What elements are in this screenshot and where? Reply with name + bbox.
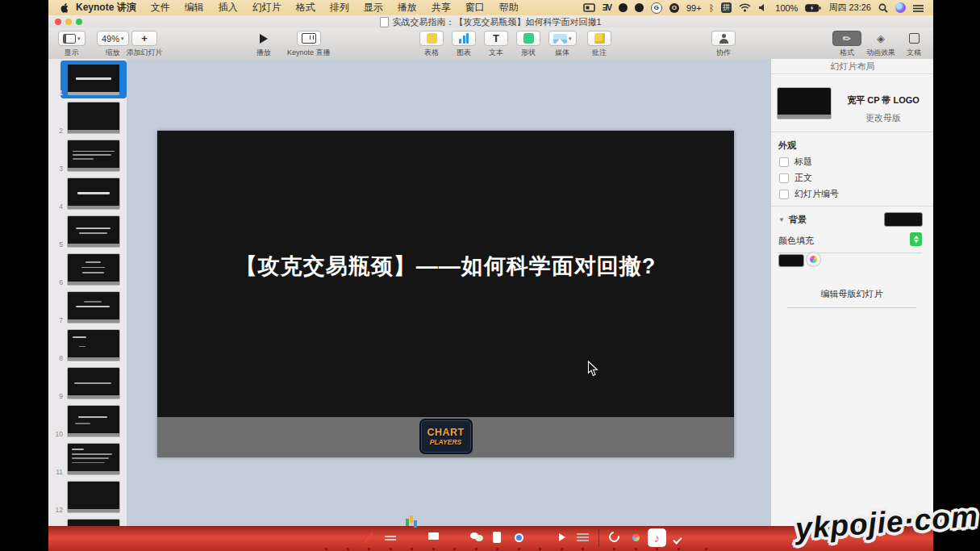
color-fill-row[interactable]: 颜色填充 xyxy=(778,235,922,253)
add-slide-button[interactable]: + 添加幻灯片 xyxy=(126,31,163,58)
view-button[interactable]: ▾ 显示 xyxy=(58,31,85,58)
safari-dock-icon[interactable] xyxy=(360,528,378,547)
qq-dock-icon[interactable] xyxy=(445,528,464,547)
apple-menu-icon[interactable] xyxy=(60,2,69,13)
menu-play[interactable]: 播放 xyxy=(390,0,424,15)
finder-dock-icon[interactable] xyxy=(317,528,336,547)
body-checkbox[interactable] xyxy=(779,173,789,183)
slide-thumbnail-10[interactable]: 10 xyxy=(48,404,127,440)
numbers-dock-icon[interactable] xyxy=(402,528,421,547)
keynote-live-button[interactable]: Keynote 直播 xyxy=(287,31,331,58)
dark-app-dock-icon[interactable] xyxy=(627,528,645,547)
slide-thumbnail-9[interactable]: 9 xyxy=(48,366,127,403)
body-checkbox-row[interactable]: 正文 xyxy=(779,172,812,184)
change-master-button[interactable]: 更改母版 xyxy=(836,112,931,124)
title-checkbox[interactable] xyxy=(779,157,789,167)
slide-thumbnail-2[interactable]: 2 xyxy=(48,101,127,137)
fill-color-swatch[interactable] xyxy=(778,254,804,267)
slide-thumbnail-1[interactable]: 1 xyxy=(48,63,127,99)
slide-thumbnail-5[interactable]: 5 xyxy=(48,215,127,251)
slide-number-checkbox[interactable] xyxy=(779,190,789,199)
apple-music-dock-icon[interactable]: ♪ xyxy=(648,528,666,547)
master-slide-thumbnail[interactable] xyxy=(778,88,831,119)
input-method-icon[interactable]: 拼 xyxy=(721,2,732,13)
slide-thumbnail-3[interactable]: 3 xyxy=(48,139,127,175)
fill-type-stepper[interactable] xyxy=(910,232,922,246)
chrome-dock-icon[interactable] xyxy=(510,528,528,547)
chart-button[interactable]: 图表 xyxy=(452,31,476,58)
evernote-dock-icon[interactable] xyxy=(488,528,507,547)
menu-help[interactable]: 帮助 xyxy=(492,0,526,15)
background-color-swatch[interactable] xyxy=(884,212,923,227)
keynote-dock-icon[interactable] xyxy=(424,528,443,547)
wifi-icon[interactable] xyxy=(739,3,751,12)
slide-thumbnail-7[interactable]: 7 xyxy=(48,290,127,327)
slide-thumbnail-13[interactable] xyxy=(48,518,127,526)
color-wheel-button[interactable] xyxy=(807,253,820,266)
title-checkbox-row[interactable]: 标题 xyxy=(779,156,812,168)
textedit-dock-icon[interactable] xyxy=(573,528,592,547)
table-button[interactable]: 表格 xyxy=(419,31,444,58)
menu-insert[interactable]: 插入 xyxy=(211,0,245,15)
shape-button[interactable]: 形状 xyxy=(516,31,540,58)
current-slide[interactable]: 【攻克交易瓶颈】——如何科学面对回撤? CHART PLAYERS xyxy=(157,131,734,457)
edit-master-slide-button[interactable]: 编辑母版幻灯片 xyxy=(787,288,916,308)
collaborate-button[interactable]: 协作 xyxy=(711,31,736,58)
notes-dock-icon[interactable] xyxy=(382,528,400,547)
wechat-dock-icon[interactable] xyxy=(467,528,486,547)
document-proxy-icon[interactable] xyxy=(380,17,389,27)
menu-arrange[interactable]: 排列 xyxy=(323,0,357,15)
menu-file[interactable]: 文件 xyxy=(144,0,177,15)
slide-canvas-area[interactable]: 【攻克交易瓶颈】——如何科学面对回撤? CHART PLAYERS xyxy=(127,59,770,526)
siri-icon[interactable] xyxy=(895,2,906,13)
menu-slide[interactable]: 幻灯片 xyxy=(245,0,289,15)
zoom-control[interactable]: 49%▾ 缩放 xyxy=(97,31,129,58)
battery-percent: 100% xyxy=(775,3,798,13)
window-titlebar[interactable]: 实战交易指南：【攻克交易瓶颈】如何科学面对回撤1 xyxy=(48,15,933,27)
battery-icon[interactable] xyxy=(805,4,821,12)
text-button[interactable]: T 文本 xyxy=(484,31,508,58)
slide-thumbnail-8[interactable]: 8 xyxy=(48,328,127,365)
video-player-dock-icon[interactable] xyxy=(553,528,571,547)
g-status-icon[interactable]: G xyxy=(651,2,662,14)
slide-title-text[interactable]: 【攻克交易瓶颈】——如何科学面对回撤? xyxy=(157,252,734,281)
keynote-toolbar: ▾ 显示 49%▾ 缩放 + 添加幻灯片 播放 Keynote 直播 表格 xyxy=(48,27,933,60)
trash-dock-icon[interactable] xyxy=(697,528,715,547)
window-title: 实战交易指南：【攻克交易瓶颈】如何科学面对回撤1 xyxy=(392,16,601,28)
slide-thumbnail-12[interactable]: 12 xyxy=(48,480,127,516)
launchpad-dock-icon[interactable] xyxy=(339,528,357,547)
menu-edit[interactable]: 编辑 xyxy=(177,0,211,15)
ev-app-status-icon[interactable]: ƎV xyxy=(603,3,611,12)
menu-window[interactable]: 窗口 xyxy=(458,0,492,15)
slide-thumbnail-11[interactable]: 11 xyxy=(48,442,127,478)
notification-center-icon[interactable] xyxy=(913,4,924,12)
play-button[interactable]: 播放 xyxy=(252,31,276,58)
netease-music-dock-icon[interactable] xyxy=(605,528,623,547)
menu-view[interactable]: 显示 xyxy=(357,0,390,15)
document-button[interactable]: 文稿 xyxy=(902,31,926,58)
check-v-app-dock-icon[interactable] xyxy=(669,528,688,547)
slide-thumbnail-4[interactable]: 4 xyxy=(48,177,127,213)
menu-keynote[interactable]: Keynote 讲演 xyxy=(69,0,144,15)
o-status-icon[interactable]: O xyxy=(669,3,679,13)
comment-button[interactable]: 批注 xyxy=(587,31,611,58)
format-button[interactable]: ✎ 格式 xyxy=(832,31,861,58)
spotlight-search-icon[interactable] xyxy=(878,3,888,13)
volume-icon[interactable] xyxy=(758,3,768,12)
slide-thumbnail-6[interactable]: 6 xyxy=(48,253,127,289)
notification-badge[interactable]: 99+ xyxy=(686,3,702,13)
bluetooth-icon[interactable]: ᛒ xyxy=(709,3,715,13)
blue-app-dock-icon[interactable] xyxy=(531,528,549,547)
slide-navigator: 1 2 3 4 xyxy=(48,59,127,526)
media-button[interactable]: ▾ 媒体 xyxy=(548,31,577,58)
menu-format[interactable]: 格式 xyxy=(289,0,323,15)
disclosure-triangle-icon[interactable]: ▼ xyxy=(778,216,785,223)
menu-share[interactable]: 共享 xyxy=(424,0,458,15)
status-dot-icon-2[interactable] xyxy=(635,3,644,12)
menubar-clock[interactable]: 周四 23:26 xyxy=(828,2,871,14)
display-mirroring-icon[interactable] xyxy=(583,3,595,12)
animate-button[interactable]: ◈ 动画效果 xyxy=(866,31,895,58)
background-section[interactable]: ▼ 背景 xyxy=(778,214,807,226)
status-dot-icon-1[interactable] xyxy=(619,3,628,12)
slide-number-checkbox-row[interactable]: 幻灯片编号 xyxy=(779,188,839,200)
